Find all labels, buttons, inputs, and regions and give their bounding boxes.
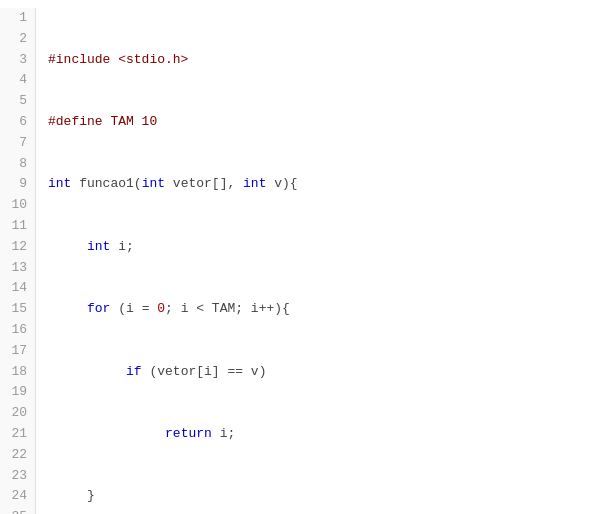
line-num-5: 5 <box>8 91 27 112</box>
code-line-6: if (vetor[i] == v) <box>48 362 600 383</box>
code-line-1: #include <stdio.h> <box>48 50 600 71</box>
line-num-16: 16 <box>8 320 27 341</box>
line-num-22: 22 <box>8 445 27 466</box>
code-line-4: int i; <box>48 237 600 258</box>
code-text-area[interactable]: #include <stdio.h> #define TAM 10 int fu… <box>36 8 600 514</box>
line-num-24: 24 <box>8 486 27 507</box>
line-num-18: 18 <box>8 362 27 383</box>
line-num-7: 7 <box>8 133 27 154</box>
code-line-5: for (i = 0; i < TAM; i++){ <box>48 299 600 320</box>
line-num-4: 4 <box>8 70 27 91</box>
line-num-6: 6 <box>8 112 27 133</box>
line-num-10: 10 <box>8 195 27 216</box>
code-editor: 1 2 3 4 5 6 7 8 9 10 11 12 13 14 15 16 1… <box>0 0 600 514</box>
code-line-7: return i; <box>48 424 600 445</box>
line-num-17: 17 <box>8 341 27 362</box>
line-number-gutter: 1 2 3 4 5 6 7 8 9 10 11 12 13 14 15 16 1… <box>0 8 36 514</box>
line-num-13: 13 <box>8 258 27 279</box>
line-num-1: 1 <box>8 8 27 29</box>
code-line-3: int funcao1(int vetor[], int v){ <box>48 174 600 195</box>
line-num-19: 19 <box>8 382 27 403</box>
line-num-25: 25 <box>8 507 27 514</box>
line-num-23: 23 <box>8 466 27 487</box>
line-num-8: 8 <box>8 154 27 175</box>
line-num-3: 3 <box>8 50 27 71</box>
line-num-20: 20 <box>8 403 27 424</box>
line-num-21: 21 <box>8 424 27 445</box>
code-line-8: } <box>48 486 600 507</box>
line-num-9: 9 <box>8 174 27 195</box>
line-num-12: 12 <box>8 237 27 258</box>
code-line-2: #define TAM 10 <box>48 112 600 133</box>
line-num-15: 15 <box>8 299 27 320</box>
line-num-14: 14 <box>8 278 27 299</box>
line-num-11: 11 <box>8 216 27 237</box>
line-num-2: 2 <box>8 29 27 50</box>
